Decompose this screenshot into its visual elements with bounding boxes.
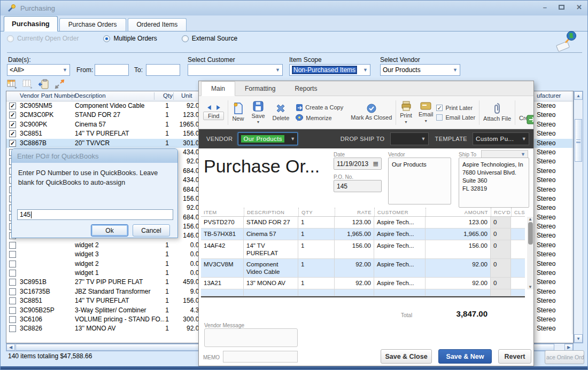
ok-button[interactable]: Ok	[91, 224, 128, 237]
scroll-down-icon[interactable]: ▼	[528, 285, 532, 289]
empty-line-row[interactable]	[201, 289, 525, 296]
tab-purchasing[interactable]: Purchasing	[4, 16, 58, 32]
po-line-item[interactable]: TB-57HX81 Cinema 57 1 1,965.00 Aspire Te…	[201, 229, 525, 240]
dates-dropdown[interactable]: <All> ▼	[7, 64, 70, 76]
row-checkbox[interactable]	[9, 140, 16, 147]
add-rows-icon[interactable]: +	[22, 80, 33, 89]
send-to-web-icon[interactable]	[554, 30, 581, 53]
row-checkbox[interactable]	[9, 316, 16, 323]
scroll-up-button[interactable]: ▲	[574, 91, 583, 100]
po-number-input[interactable]: 145	[17, 209, 173, 220]
memo-input[interactable]	[223, 351, 298, 363]
clipped-ribbon-icon[interactable]	[526, 114, 534, 126]
create-copy-button[interactable]: Create a Copy	[296, 104, 343, 112]
col-item[interactable]: ITEM	[201, 208, 244, 216]
vertical-scroll-thumb[interactable]	[575, 119, 582, 162]
scroll-up-icon[interactable]: ▲	[528, 217, 532, 222]
row-checkbox[interactable]	[9, 103, 16, 109]
new-button[interactable]: New	[232, 103, 244, 122]
template-dropdown[interactable]: Custom Pu... ▼	[473, 132, 529, 145]
row-checkbox[interactable]	[9, 112, 16, 119]
col-qty[interactable]: QTY	[298, 208, 335, 216]
print-button[interactable]: Print ▼	[400, 101, 412, 124]
calendar-icon[interactable]: ▦	[373, 160, 378, 167]
vendor-dropdown[interactable]: Our Products ▼	[380, 64, 460, 76]
revert-button[interactable]: Revert	[498, 349, 531, 364]
po-line-item[interactable]: 13A21 13" MONO AV 1 92.00 Aspire Tech...…	[201, 278, 525, 289]
save-and-new-button[interactable]: Save & New	[438, 349, 492, 364]
tab-purchase-orders[interactable]: Purchase Orders	[59, 18, 126, 31]
from-input[interactable]	[95, 64, 129, 76]
col-manufacturer[interactable]: ufacturer	[537, 92, 561, 99]
col-rate[interactable]: RATE	[335, 208, 374, 216]
row-checkbox[interactable]	[9, 307, 16, 314]
row-checkbox[interactable]	[9, 270, 16, 277]
close-button[interactable]: ✕	[576, 3, 582, 11]
memorize-button[interactable]: Memorize	[296, 114, 343, 122]
ship-to-address-box[interactable]: Aspire Technologies, In 7680 Universal B…	[459, 158, 529, 208]
add-columns-icon[interactable]: +	[7, 80, 18, 89]
po-line-item[interactable]: MV3CV8M Component Video Cable 1 92.00 As…	[201, 259, 525, 278]
place-online-order-button[interactable]: ace Online Order	[545, 350, 584, 364]
tab-reports[interactable]: Reports	[285, 82, 327, 96]
delete-button[interactable]: Delete	[273, 103, 290, 122]
find-button[interactable]: Find	[203, 112, 224, 120]
col-qty[interactable]: Qty	[163, 92, 173, 99]
po-no-input[interactable]: 145	[334, 180, 382, 192]
row-checkbox[interactable]	[9, 261, 16, 267]
to-input[interactable]	[146, 64, 180, 76]
qb-vendor-dropdown[interactable]: Our Products ▼	[238, 132, 298, 145]
row-checkbox[interactable]	[9, 297, 16, 304]
col-part-number[interactable]: Vendor Part Number	[20, 92, 76, 99]
drop-ship-dropdown[interactable]: ▼	[390, 132, 429, 145]
mark-as-closed-button[interactable]: Mark As Closed	[351, 104, 392, 121]
save-and-close-button[interactable]: Save & Close	[381, 349, 432, 364]
customer-dropdown[interactable]: ▼	[188, 64, 283, 76]
item-scope-dropdown[interactable]: Non-Purchased Items ▼	[289, 64, 370, 76]
scroll-left-button[interactable]: ◀	[6, 344, 15, 351]
cancel-button[interactable]: Cancel	[133, 224, 170, 237]
ship-to-dropdown[interactable]: ▼	[481, 150, 528, 158]
col-description[interactable]: DESCRIPTION	[244, 208, 298, 216]
po-scroll-thumb[interactable]	[528, 222, 533, 245]
maximize-button[interactable]	[559, 5, 564, 10]
vendor-address-box[interactable]: Our Products	[388, 158, 451, 204]
radio-currently-open-order[interactable]: Currently Open Order	[7, 35, 79, 42]
unit-cell: 1965.00	[164, 120, 203, 129]
attach-file-button[interactable]: Attach File	[483, 103, 511, 122]
col-clsd[interactable]: CLSD	[511, 208, 525, 216]
radio-external-source[interactable]: External Source	[182, 35, 237, 42]
date-input[interactable]: 11/19/2013 ▦	[334, 158, 382, 170]
scroll-down-button[interactable]: ▼	[574, 334, 583, 343]
col-customer[interactable]: CUSTOMER	[374, 208, 425, 216]
collapse-arrows-icon[interactable]	[55, 80, 65, 89]
vendor-message-input[interactable]	[204, 328, 298, 347]
back-arrow-icon[interactable]	[206, 105, 212, 111]
email-button[interactable]: Email ▼	[419, 102, 434, 123]
print-later-checkbox[interactable]: ✓ Print Later	[436, 105, 475, 111]
radio-multiple-orders[interactable]: Multiple Orders	[103, 35, 157, 42]
row-checkbox[interactable]	[9, 279, 16, 286]
row-checkbox[interactable]	[9, 121, 16, 128]
tab-main[interactable]: Main	[201, 81, 235, 96]
row-checkbox[interactable]	[9, 130, 16, 137]
vertical-scrollbar[interactable]: ▲ ▼	[574, 91, 583, 343]
po-table-scrollbar[interactable]: ▲ ▼	[527, 217, 534, 289]
tab-formatting[interactable]: Formatting	[235, 82, 285, 96]
row-checkbox[interactable]	[9, 242, 16, 249]
minimize-button[interactable]: –	[543, 3, 547, 11]
save-button[interactable]: Save ▼	[251, 101, 265, 124]
col-description[interactable]: Description	[75, 92, 106, 99]
col-unit[interactable]: Unit	[181, 92, 192, 99]
row-checkbox[interactable]	[9, 325, 16, 332]
email-later-checkbox[interactable]: Email Later	[436, 114, 475, 121]
row-checkbox[interactable]	[9, 288, 16, 295]
po-line-item[interactable]: 14AF42 14" TV PUREFLAT 1 156.00 Aspire T…	[201, 240, 525, 259]
tab-ordered-items[interactable]: Ordered Items	[128, 18, 187, 31]
po-line-item[interactable]: PVSTD270 STAND FOR 27 1 123.00 Aspire Te…	[201, 217, 525, 229]
paste-icon[interactable]	[38, 79, 50, 90]
row-checkbox[interactable]	[9, 251, 16, 258]
col-rcvd[interactable]: RCV'D	[491, 208, 511, 216]
col-amount[interactable]: AMOUNT	[425, 208, 491, 216]
forward-arrow-icon[interactable]	[215, 105, 221, 111]
